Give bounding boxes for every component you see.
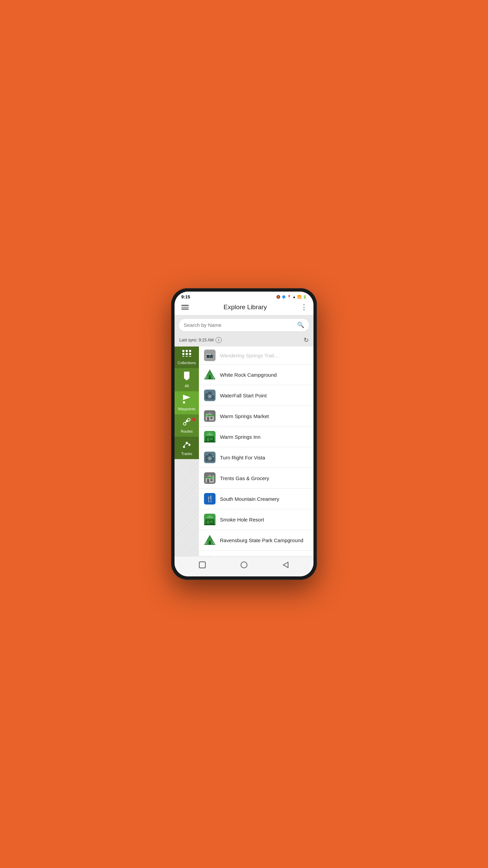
tent2-icon xyxy=(204,534,216,546)
info-icon[interactable]: i xyxy=(216,337,222,343)
nav-back-button[interactable] xyxy=(275,560,296,572)
status-bar: 9:15 🔕 🔷 📍 ▲ 📶 🔋 xyxy=(175,292,313,301)
all-label: All xyxy=(185,384,189,388)
gas-store-icon xyxy=(204,472,216,484)
truncated-icon: 📷 xyxy=(204,349,216,361)
svg-marker-11 xyxy=(183,395,190,400)
svg-rect-38 xyxy=(206,414,207,416)
svg-rect-34 xyxy=(206,416,214,420)
sync-bar: Last sync: 9:15 AM i ↻ xyxy=(175,334,313,347)
svg-rect-58 xyxy=(213,475,214,476)
notification-icon: 🔕 xyxy=(276,295,280,299)
routes-icon xyxy=(183,418,191,428)
svg-rect-43 xyxy=(210,438,213,440)
sync-text: Last sync: 9:15 AM xyxy=(179,338,214,342)
item-name: White Rock Campground xyxy=(220,372,277,378)
list-item[interactable]: WaterFall Start Point xyxy=(199,385,313,406)
svg-point-18 xyxy=(183,446,185,448)
svg-rect-7 xyxy=(186,356,188,357)
phone-frame: 9:15 🔕 🔷 📍 ▲ 📶 🔋 Explore Library ⋮ xyxy=(171,288,317,580)
refresh-button[interactable]: ↻ xyxy=(304,336,309,344)
sidebar: Collections All xyxy=(175,347,199,556)
camera2-icon xyxy=(204,451,216,463)
sidebar-item-all[interactable]: All xyxy=(175,368,199,391)
signal-icon: 📶 xyxy=(297,295,301,299)
list-item[interactable]: Ravensburg State Park Campground xyxy=(199,530,313,551)
list-item-truncated[interactable]: 📷 Wandering Springs Trail... xyxy=(199,347,313,364)
svg-rect-65 xyxy=(210,520,213,523)
svg-rect-36 xyxy=(210,417,212,419)
svg-rect-55 xyxy=(210,479,212,481)
svg-rect-66 xyxy=(204,524,216,525)
camera-icon xyxy=(204,389,216,401)
page-title: Explore Library xyxy=(224,303,267,311)
tracks-icon xyxy=(183,440,191,450)
item-name: Turn Right For Vista xyxy=(220,455,265,460)
list-item[interactable]: White Rock Campground xyxy=(199,364,313,385)
battery-icon: 🔋 xyxy=(303,295,307,299)
main-content: Collections All xyxy=(175,347,313,556)
bottom-nav xyxy=(175,556,313,576)
list-item[interactable]: Smoke Hole Resort xyxy=(199,509,313,530)
svg-rect-1 xyxy=(186,350,188,352)
sidebar-item-waypoints[interactable]: Waypoints xyxy=(175,391,199,414)
more-options-button[interactable]: ⋮ xyxy=(300,303,308,312)
list-item[interactable]: Warm Springs Inn xyxy=(199,427,313,447)
list-area: 📷 Wandering Springs Trail... White xyxy=(199,347,313,556)
status-time: 9:15 xyxy=(181,294,190,299)
list-item[interactable]: Trents Gas & Grocery xyxy=(199,468,313,489)
svg-rect-5 xyxy=(189,353,191,355)
svg-rect-80 xyxy=(199,562,205,568)
truncated-name: Wandering Springs Trail... xyxy=(220,353,278,358)
search-input[interactable] xyxy=(184,322,297,328)
tracks-label: Tracks xyxy=(181,452,192,456)
menu-button[interactable] xyxy=(180,303,190,311)
svg-rect-54 xyxy=(207,479,209,482)
nav-home-button[interactable] xyxy=(233,560,255,572)
tent-icon xyxy=(204,369,216,381)
svg-rect-35 xyxy=(207,417,209,420)
svg-point-81 xyxy=(241,562,247,568)
sidebar-item-routes[interactable]: Routes xyxy=(175,414,199,437)
item-name: WaterFall Start Point xyxy=(220,393,267,398)
svg-rect-62 xyxy=(205,519,214,524)
svg-rect-31 xyxy=(208,392,211,394)
sync-info: Last sync: 9:15 AM i xyxy=(179,337,222,343)
restaurant-icon: 🍴 xyxy=(204,493,216,505)
inn-icon xyxy=(204,431,216,443)
routes-label: Routes xyxy=(181,429,193,433)
svg-rect-12 xyxy=(183,401,185,403)
store-gray-icon xyxy=(204,410,216,422)
svg-point-30 xyxy=(209,396,211,397)
svg-marker-10 xyxy=(184,378,189,380)
svg-text:📷: 📷 xyxy=(206,352,213,358)
list-item[interactable]: Warm Springs Market xyxy=(199,406,313,427)
list-item[interactable]: Poplar Grove Tent Camping xyxy=(199,551,313,556)
top-bar: Explore Library ⋮ xyxy=(175,301,313,315)
svg-rect-9 xyxy=(184,372,189,378)
item-name: Trents Gas & Grocery xyxy=(220,475,269,481)
svg-point-51 xyxy=(212,456,214,457)
item-name: Warm Springs Market xyxy=(220,413,269,419)
sidebar-item-tracks[interactable]: Tracks xyxy=(175,437,199,459)
location-icon: 📍 xyxy=(287,295,291,299)
svg-rect-4 xyxy=(186,353,188,355)
svg-marker-82 xyxy=(283,562,288,568)
svg-point-14 xyxy=(187,418,190,421)
wifi-icon: ▲ xyxy=(292,295,296,299)
search-area: 🔍 xyxy=(175,315,313,334)
list-item[interactable]: Turn Right For Vista xyxy=(199,447,313,468)
svg-rect-0 xyxy=(182,350,184,352)
nav-recents-button[interactable] xyxy=(192,560,213,572)
search-box: 🔍 xyxy=(179,318,309,332)
list-item[interactable]: 🍴 South Mountain Creamery xyxy=(199,489,313,509)
svg-rect-64 xyxy=(207,520,209,524)
waypoints-label: Waypoints xyxy=(178,407,196,411)
svg-rect-6 xyxy=(182,356,184,357)
sidebar-item-collections[interactable]: Collections xyxy=(175,347,199,368)
svg-rect-8 xyxy=(189,356,191,357)
svg-point-20 xyxy=(188,444,190,446)
item-name: Ravensburg State Park Campground xyxy=(220,537,303,543)
item-name: Warm Springs Inn xyxy=(220,434,260,440)
search-icon[interactable]: 🔍 xyxy=(297,321,304,329)
